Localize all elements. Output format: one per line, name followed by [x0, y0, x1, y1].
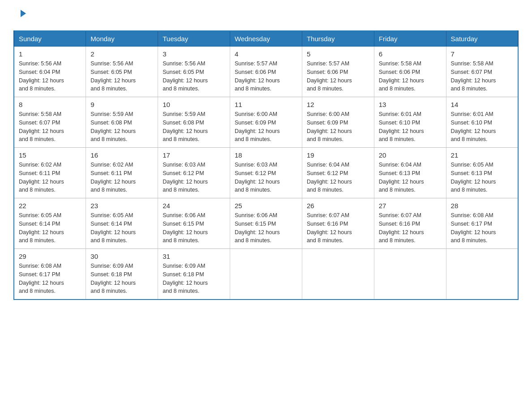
day-number: 29 — [19, 253, 81, 260]
day-header-thursday: Thursday — [302, 31, 374, 47]
day-cell-31: 31Sunrise: 6:09 AMSunset: 6:18 PMDayligh… — [158, 249, 230, 300]
day-cell-21: 21Sunrise: 6:05 AMSunset: 6:13 PMDayligh… — [446, 148, 518, 198]
day-info: Sunrise: 5:57 AMSunset: 6:06 PMDaylight:… — [235, 60, 297, 93]
week-row-1: 1Sunrise: 5:56 AMSunset: 6:04 PMDaylight… — [14, 47, 518, 97]
day-cell-15: 15Sunrise: 6:02 AMSunset: 6:11 PMDayligh… — [14, 148, 86, 198]
day-number: 21 — [451, 151, 513, 159]
day-info: Sunrise: 6:02 AMSunset: 6:11 PMDaylight:… — [19, 161, 81, 194]
day-number: 14 — [451, 101, 513, 108]
day-info: Sunrise: 6:00 AMSunset: 6:09 PMDaylight:… — [307, 110, 369, 144]
day-number: 23 — [90, 202, 153, 210]
day-info: Sunrise: 5:58 AMSunset: 6:06 PMDaylight:… — [379, 60, 442, 93]
day-cell-1: 1Sunrise: 5:56 AMSunset: 6:04 PMDaylight… — [14, 47, 86, 97]
day-info: Sunrise: 6:09 AMSunset: 6:18 PMDaylight:… — [163, 262, 225, 295]
day-number: 25 — [235, 202, 297, 210]
empty-cell — [302, 249, 374, 300]
day-cell-23: 23Sunrise: 6:05 AMSunset: 6:14 PMDayligh… — [86, 198, 158, 249]
day-cell-25: 25Sunrise: 6:06 AMSunset: 6:15 PMDayligh… — [230, 198, 302, 249]
logo — [13, 9, 27, 21]
day-number: 10 — [163, 101, 225, 108]
day-number: 2 — [90, 50, 153, 58]
day-number: 6 — [379, 50, 442, 58]
day-cell-18: 18Sunrise: 6:03 AMSunset: 6:12 PMDayligh… — [230, 148, 302, 198]
day-info: Sunrise: 6:08 AMSunset: 6:17 PMDaylight:… — [19, 262, 81, 295]
day-cell-11: 11Sunrise: 6:00 AMSunset: 6:09 PMDayligh… — [230, 97, 302, 148]
day-info: Sunrise: 6:06 AMSunset: 6:15 PMDaylight:… — [163, 211, 225, 245]
day-cell-28: 28Sunrise: 6:08 AMSunset: 6:17 PMDayligh… — [446, 198, 518, 249]
day-number: 15 — [19, 151, 81, 159]
day-cell-3: 3Sunrise: 5:56 AMSunset: 6:05 PMDaylight… — [158, 47, 230, 97]
day-number: 17 — [163, 151, 225, 159]
day-info: Sunrise: 6:05 AMSunset: 6:13 PMDaylight:… — [451, 161, 513, 194]
day-number: 28 — [451, 202, 513, 210]
empty-cell — [446, 249, 518, 300]
week-row-5: 29Sunrise: 6:08 AMSunset: 6:17 PMDayligh… — [14, 249, 518, 300]
day-header-friday: Friday — [374, 31, 446, 47]
day-info: Sunrise: 5:59 AMSunset: 6:08 PMDaylight:… — [90, 110, 153, 144]
day-cell-4: 4Sunrise: 5:57 AMSunset: 6:06 PMDaylight… — [230, 47, 302, 97]
week-row-3: 15Sunrise: 6:02 AMSunset: 6:11 PMDayligh… — [14, 148, 518, 198]
logo-flag-icon — [14, 9, 27, 21]
day-number: 31 — [163, 253, 225, 260]
empty-cell — [374, 249, 446, 300]
day-header-monday: Monday — [86, 31, 158, 47]
day-cell-10: 10Sunrise: 5:59 AMSunset: 6:08 PMDayligh… — [158, 97, 230, 148]
day-info: Sunrise: 6:02 AMSunset: 6:11 PMDaylight:… — [90, 161, 153, 194]
day-cell-5: 5Sunrise: 5:57 AMSunset: 6:06 PMDaylight… — [302, 47, 374, 97]
day-number: 3 — [163, 50, 225, 58]
day-cell-16: 16Sunrise: 6:02 AMSunset: 6:11 PMDayligh… — [86, 148, 158, 198]
day-info: Sunrise: 5:58 AMSunset: 6:07 PMDaylight:… — [451, 60, 513, 93]
day-info: Sunrise: 6:09 AMSunset: 6:18 PMDaylight:… — [90, 262, 153, 295]
day-info: Sunrise: 6:03 AMSunset: 6:12 PMDaylight:… — [235, 161, 297, 194]
header-row: SundayMondayTuesdayWednesdayThursdayFrid… — [14, 31, 518, 47]
day-header-tuesday: Tuesday — [158, 31, 230, 47]
day-number: 4 — [235, 50, 297, 58]
day-cell-30: 30Sunrise: 6:09 AMSunset: 6:18 PMDayligh… — [86, 249, 158, 300]
day-info: Sunrise: 6:05 AMSunset: 6:14 PMDaylight:… — [90, 211, 153, 245]
day-cell-29: 29Sunrise: 6:08 AMSunset: 6:17 PMDayligh… — [14, 249, 86, 300]
calendar-table: SundayMondayTuesdayWednesdayThursdayFrid… — [13, 30, 519, 300]
day-number: 12 — [307, 101, 369, 108]
day-number: 9 — [90, 101, 153, 108]
day-cell-14: 14Sunrise: 6:01 AMSunset: 6:10 PMDayligh… — [446, 97, 518, 148]
day-number: 1 — [19, 50, 81, 58]
day-cell-20: 20Sunrise: 6:04 AMSunset: 6:13 PMDayligh… — [374, 148, 446, 198]
week-row-2: 8Sunrise: 5:58 AMSunset: 6:07 PMDaylight… — [14, 97, 518, 148]
day-cell-22: 22Sunrise: 6:05 AMSunset: 6:14 PMDayligh… — [14, 198, 86, 249]
day-info: Sunrise: 6:01 AMSunset: 6:10 PMDaylight:… — [451, 110, 513, 144]
day-number: 18 — [235, 151, 297, 159]
day-number: 5 — [307, 50, 369, 58]
day-number: 13 — [379, 101, 442, 108]
day-info: Sunrise: 6:01 AMSunset: 6:10 PMDaylight:… — [379, 110, 442, 144]
day-header-saturday: Saturday — [446, 31, 518, 47]
day-cell-8: 8Sunrise: 5:58 AMSunset: 6:07 PMDaylight… — [14, 97, 86, 148]
day-info: Sunrise: 6:05 AMSunset: 6:14 PMDaylight:… — [19, 211, 81, 245]
day-number: 8 — [19, 101, 81, 108]
day-cell-7: 7Sunrise: 5:58 AMSunset: 6:07 PMDaylight… — [446, 47, 518, 97]
day-number: 11 — [235, 101, 297, 108]
day-header-sunday: Sunday — [14, 31, 86, 47]
day-number: 27 — [379, 202, 442, 210]
day-info: Sunrise: 6:04 AMSunset: 6:13 PMDaylight:… — [379, 161, 442, 194]
day-info: Sunrise: 5:56 AMSunset: 6:04 PMDaylight:… — [19, 60, 81, 93]
day-header-wednesday: Wednesday — [230, 31, 302, 47]
day-cell-12: 12Sunrise: 6:00 AMSunset: 6:09 PMDayligh… — [302, 97, 374, 148]
day-cell-13: 13Sunrise: 6:01 AMSunset: 6:10 PMDayligh… — [374, 97, 446, 148]
day-info: Sunrise: 6:00 AMSunset: 6:09 PMDaylight:… — [235, 110, 297, 144]
day-cell-2: 2Sunrise: 5:56 AMSunset: 6:05 PMDaylight… — [86, 47, 158, 97]
week-row-4: 22Sunrise: 6:05 AMSunset: 6:14 PMDayligh… — [14, 198, 518, 249]
day-number: 20 — [379, 151, 442, 159]
day-info: Sunrise: 5:56 AMSunset: 6:05 PMDaylight:… — [163, 60, 225, 93]
day-cell-17: 17Sunrise: 6:03 AMSunset: 6:12 PMDayligh… — [158, 148, 230, 198]
day-info: Sunrise: 6:07 AMSunset: 6:16 PMDaylight:… — [307, 211, 369, 245]
day-number: 26 — [307, 202, 369, 210]
day-cell-26: 26Sunrise: 6:07 AMSunset: 6:16 PMDayligh… — [302, 198, 374, 249]
day-info: Sunrise: 6:07 AMSunset: 6:16 PMDaylight:… — [379, 211, 442, 245]
day-info: Sunrise: 5:57 AMSunset: 6:06 PMDaylight:… — [307, 60, 369, 93]
day-cell-24: 24Sunrise: 6:06 AMSunset: 6:15 PMDayligh… — [158, 198, 230, 249]
day-number: 19 — [307, 151, 369, 159]
day-cell-9: 9Sunrise: 5:59 AMSunset: 6:08 PMDaylight… — [86, 97, 158, 148]
day-number: 16 — [90, 151, 153, 159]
day-info: Sunrise: 6:04 AMSunset: 6:12 PMDaylight:… — [307, 161, 369, 194]
day-number: 22 — [19, 202, 81, 210]
